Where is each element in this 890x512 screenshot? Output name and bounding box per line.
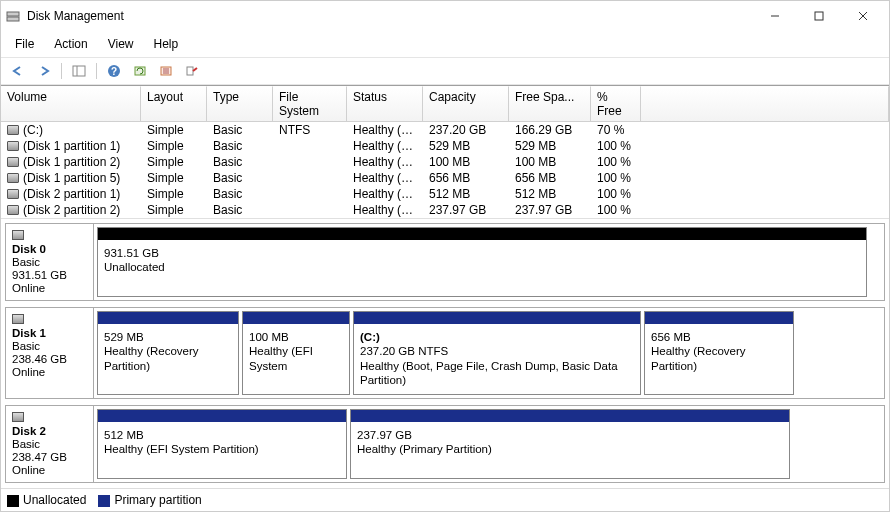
show-hide-button[interactable] [68,61,90,81]
back-button[interactable] [7,61,29,81]
table-row[interactable]: (Disk 2 partition 1)SimpleBasicHealthy (… [1,186,889,202]
svg-rect-15 [187,67,193,75]
minimize-button[interactable] [753,2,797,30]
forward-button[interactable] [33,61,55,81]
table-row[interactable]: (Disk 1 partition 1)SimpleBasicHealthy (… [1,138,889,154]
table-body: (C:)SimpleBasicNTFSHealthy (B...237.20 G… [1,122,889,218]
disk-info[interactable]: Disk 1Basic238.46 GBOnline [6,308,94,398]
titlebar: Disk Management [1,1,889,31]
separator [96,63,97,79]
swatch-unallocated [7,495,19,507]
window-title: Disk Management [27,9,753,23]
volume-table[interactable]: Volume Layout Type File System Status Ca… [1,85,889,219]
svg-rect-6 [73,66,85,76]
disk-icon [12,412,24,422]
table-header: Volume Layout Type File System Status Ca… [1,86,889,122]
settings-button[interactable] [181,61,203,81]
legend: Unallocated Primary partition [1,488,889,511]
partition[interactable]: (C:)237.20 GB NTFSHealthy (Boot, Page Fi… [353,311,641,395]
volume-icon [7,205,19,215]
menu-file[interactable]: File [7,33,42,55]
col-status[interactable]: Status [347,86,423,122]
legend-primary: Primary partition [98,493,201,507]
help-button[interactable]: ? [103,61,125,81]
volume-icon [7,173,19,183]
volume-icon [7,157,19,167]
partition-wrap: 529 MBHealthy (Recovery Partition)100 MB… [94,308,884,398]
menubar: File Action View Help [1,31,889,58]
disk-row: Disk 0Basic931.51 GBOnline931.51 GBUnall… [5,223,885,301]
svg-text:?: ? [111,66,117,77]
col-volume[interactable]: Volume [1,86,141,122]
disk-graphic-area: Disk 0Basic931.51 GBOnline931.51 GBUnall… [1,219,889,488]
table-row[interactable]: (Disk 2 partition 2)SimpleBasicHealthy (… [1,202,889,218]
partition[interactable]: 237.97 GBHealthy (Primary Partition) [350,409,790,479]
close-button[interactable] [841,2,885,30]
col-spacer [641,86,889,122]
properties-button[interactable] [155,61,177,81]
menu-help[interactable]: Help [146,33,187,55]
swatch-primary [98,495,110,507]
partition-wrap: 931.51 GBUnallocated [94,224,884,300]
volume-icon [7,189,19,199]
disk-row: Disk 1Basic238.46 GBOnline529 MBHealthy … [5,307,885,399]
table-row[interactable]: (Disk 1 partition 2)SimpleBasicHealthy (… [1,154,889,170]
disk-row: Disk 2Basic238.47 GBOnline512 MBHealthy … [5,405,885,483]
partition-wrap: 512 MBHealthy (EFI System Partition)237.… [94,406,884,482]
col-capacity[interactable]: Capacity [423,86,509,122]
maximize-button[interactable] [797,2,841,30]
app-icon [5,8,21,24]
refresh-button[interactable] [129,61,151,81]
disk-icon [12,230,24,240]
partition[interactable]: 512 MBHealthy (EFI System Partition) [97,409,347,479]
disk-info[interactable]: Disk 2Basic238.47 GBOnline [6,406,94,482]
volume-icon [7,141,19,151]
col-freespace[interactable]: Free Spa... [509,86,591,122]
toolbar: ? [1,58,889,85]
partition[interactable]: 656 MBHealthy (Recovery Partition) [644,311,794,395]
partition[interactable]: 931.51 GBUnallocated [97,227,867,297]
menu-action[interactable]: Action [46,33,95,55]
col-pctfree[interactable]: % Free [591,86,641,122]
disk-icon [12,314,24,324]
table-row[interactable]: (Disk 1 partition 5)SimpleBasicHealthy (… [1,170,889,186]
svg-rect-3 [815,12,823,20]
svg-rect-0 [7,12,19,16]
col-filesystem[interactable]: File System [273,86,347,122]
separator [61,63,62,79]
legend-unallocated: Unallocated [7,493,86,507]
table-row[interactable]: (C:)SimpleBasicNTFSHealthy (B...237.20 G… [1,122,889,138]
svg-rect-1 [7,17,19,21]
col-layout[interactable]: Layout [141,86,207,122]
menu-view[interactable]: View [100,33,142,55]
partition[interactable]: 100 MBHealthy (EFI System [242,311,350,395]
volume-icon [7,125,19,135]
partition[interactable]: 529 MBHealthy (Recovery Partition) [97,311,239,395]
disk-info[interactable]: Disk 0Basic931.51 GBOnline [6,224,94,300]
col-type[interactable]: Type [207,86,273,122]
